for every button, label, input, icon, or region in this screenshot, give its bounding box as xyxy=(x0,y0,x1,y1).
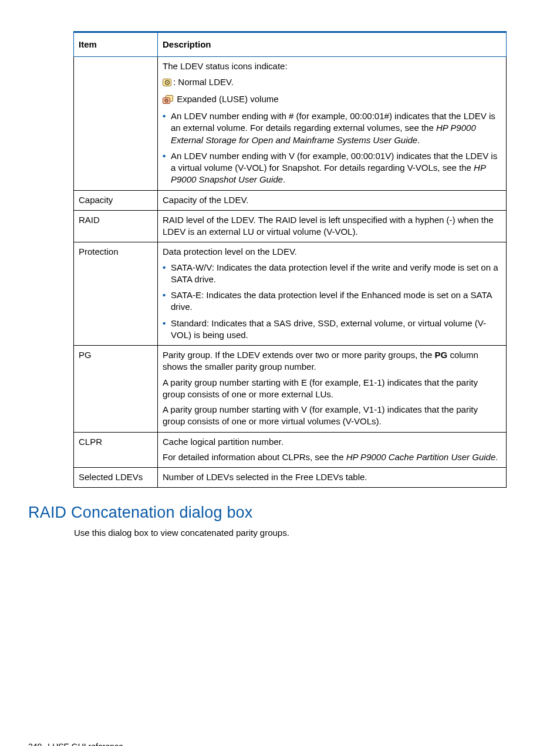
table-row: RAID RAID level of the LDEV. The RAID le… xyxy=(74,210,507,242)
cell-item: PG xyxy=(74,346,158,433)
pg-p1: Parity group. If the LDEV extends over t… xyxy=(163,349,501,373)
footer-title: LUSE GUI reference xyxy=(48,742,123,746)
list-item: Standard: Indicates that a SAS drive, SS… xyxy=(171,318,501,342)
page-number: 240 xyxy=(28,742,42,746)
table-header-row: Item Description xyxy=(74,32,507,57)
list-item: SATA-W/V: Indicates the data protection … xyxy=(171,262,501,286)
cell-item: Selected LDEVs xyxy=(74,468,158,488)
table-row: CLPR Cache logical partition number. For… xyxy=(74,432,507,468)
cell-description: Data protection level on the LDEV. SATA-… xyxy=(158,242,507,346)
pg-p2: A parity group number starting with E (f… xyxy=(163,377,501,401)
cell-item: RAID xyxy=(74,210,158,242)
cell-description: Capacity of the LDEV. xyxy=(158,190,507,210)
section-heading-raid-concatenation: RAID Concatenation dialog box xyxy=(28,502,507,523)
protection-bullets: SATA-W/V: Indicates the data protection … xyxy=(163,262,501,342)
cell-description: RAID level of the LDEV. The RAID level i… xyxy=(158,210,507,242)
table-row: Selected LDEVs Number of LDEVs selected … xyxy=(74,468,507,488)
ldev-status-expanded-text: Expanded (LUSE) volume xyxy=(174,94,279,104)
table-row: The LDEV status icons indicate: : Normal… xyxy=(74,57,507,190)
ldev-status-expanded-line: Expanded (LUSE) volume xyxy=(163,93,501,107)
table-row: Protection Data protection level on the … xyxy=(74,242,507,346)
cell-item: CLPR xyxy=(74,432,158,468)
pg-p3: A parity group number starting with V (f… xyxy=(163,404,501,428)
ldev-attributes-table: Item Description The LDEV status icons i… xyxy=(73,31,507,488)
cell-item: Capacity xyxy=(74,190,158,210)
cell-item xyxy=(74,57,158,190)
ldev-status-intro: The LDEV status icons indicate: xyxy=(163,60,501,72)
cell-description: Number of LDEVs selected in the Free LDE… xyxy=(158,468,507,488)
page-footer: 240LUSE GUI reference xyxy=(28,741,123,746)
clpr-p1: Cache logical partition number. xyxy=(163,436,501,448)
list-item: An LDEV number ending with # (for exampl… xyxy=(171,110,501,146)
normal-ldev-icon xyxy=(163,78,172,90)
cell-item: Protection xyxy=(74,242,158,346)
cell-description: Parity group. If the LDEV extends over t… xyxy=(158,346,507,433)
protection-intro: Data protection level on the LDEV. xyxy=(163,246,501,258)
ldev-status-normal-line: : Normal LDEV. xyxy=(163,76,501,90)
col-header-item: Item xyxy=(74,32,158,57)
svg-point-2 xyxy=(167,82,168,83)
ldev-status-bullets: An LDEV number ending with # (for exampl… xyxy=(163,110,501,186)
clpr-p2: For detailed information about CLPRs, se… xyxy=(163,451,501,463)
section-body: Use this dialog box to view concatenated… xyxy=(74,527,507,539)
svg-point-6 xyxy=(166,100,167,101)
col-header-description: Description xyxy=(158,32,507,57)
ldev-status-normal-text: : Normal LDEV. xyxy=(173,77,234,87)
expanded-luse-icon xyxy=(163,95,173,107)
list-item: An LDEV number ending with V (for exampl… xyxy=(171,150,501,186)
list-item: SATA-E: Indicates the data protection le… xyxy=(171,289,501,313)
cell-description: The LDEV status icons indicate: : Normal… xyxy=(158,57,507,190)
cell-description: Cache logical partition number. For deta… xyxy=(158,432,507,468)
table-row: Capacity Capacity of the LDEV. xyxy=(74,190,507,210)
table-row: PG Parity group. If the LDEV extends ove… xyxy=(74,346,507,433)
